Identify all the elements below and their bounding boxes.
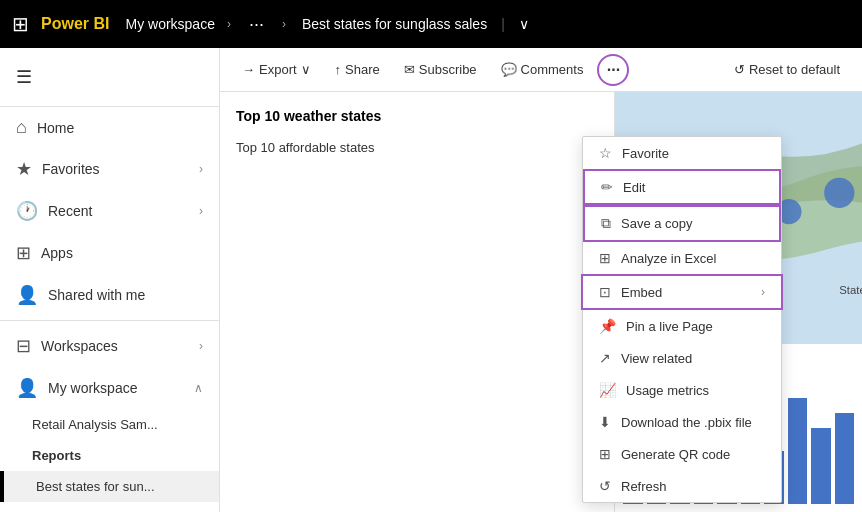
- embed-icon: ⊡: [599, 284, 611, 300]
- sidebar-subitem-beststates[interactable]: Best states for sun...: [4, 471, 219, 502]
- menu-item-view-related-label: View related: [621, 351, 765, 366]
- app-logo: Power BI: [41, 15, 109, 33]
- sidebar-item-workspaces-label: Workspaces: [41, 338, 189, 354]
- comments-label: Comments: [521, 62, 584, 77]
- menu-item-generate-qr[interactable]: ⊞ Generate QR code: [583, 438, 781, 470]
- menu-item-embed-label: Embed: [621, 285, 751, 300]
- save-copy-icon: ⧉: [601, 215, 611, 232]
- usage-metrics-icon: 📈: [599, 382, 616, 398]
- svg-point-1: [824, 178, 854, 208]
- menu-item-embed[interactable]: ⊡ Embed ›: [581, 274, 783, 310]
- menu-item-usage-metrics-label: Usage metrics: [626, 383, 765, 398]
- menu-item-edit[interactable]: ✏ Edit: [583, 169, 781, 205]
- menu-item-usage-metrics[interactable]: 📈 Usage metrics: [583, 374, 781, 406]
- subscribe-label: Subscribe: [419, 62, 477, 77]
- menu-item-download-pbix[interactable]: ⬇ Download the .pbix file: [583, 406, 781, 438]
- menu-item-favorite[interactable]: ☆ Favorite: [583, 137, 781, 169]
- menu-item-save-copy-label: Save a copy: [621, 216, 763, 231]
- sidebar-item-apps-label: Apps: [41, 245, 203, 261]
- menu-item-save-copy[interactable]: ⧉ Save a copy: [583, 205, 781, 242]
- export-chevron: ∨: [301, 62, 311, 77]
- apps-icon: ⊞: [16, 242, 31, 264]
- edit-icon: ✏: [601, 179, 613, 195]
- menu-item-refresh-label: Refresh: [621, 479, 765, 494]
- chart-bar: [835, 413, 855, 504]
- myworkspace-icon: 👤: [16, 377, 38, 399]
- menu-item-refresh[interactable]: ↺ Refresh: [583, 470, 781, 502]
- pin-live-icon: 📌: [599, 318, 616, 334]
- content-area: → Export ∨ ↑ Share ✉ Subscribe 💬 Comment…: [220, 48, 862, 512]
- comments-button[interactable]: 💬 Comments: [491, 56, 594, 83]
- sidebar-item-favorites[interactable]: ★ Favorites ›: [0, 148, 219, 190]
- home-icon: ⌂: [16, 117, 27, 138]
- svg-text:State: State: [839, 284, 862, 296]
- share-button[interactable]: ↑ Share: [325, 56, 390, 83]
- chart-bar: [788, 398, 808, 504]
- subscribe-icon: ✉: [404, 62, 415, 77]
- breadcrumb-chevron2: ›: [282, 17, 286, 31]
- report-section-title: Top 10 weather states: [236, 108, 598, 124]
- download-pbix-icon: ⬇: [599, 414, 611, 430]
- menu-item-analyze-excel-label: Analyze in Excel: [621, 251, 765, 266]
- generate-qr-icon: ⊞: [599, 446, 611, 462]
- myworkspace-chevron: ∧: [194, 381, 203, 395]
- report-item[interactable]: Top 10 affordable states: [236, 136, 598, 159]
- report-content: Top 10 weather states Top 10 affordable …: [220, 92, 862, 512]
- more-options-button[interactable]: ···: [597, 54, 629, 86]
- menu-item-view-related[interactable]: ↗ View related: [583, 342, 781, 374]
- sidebar-item-home[interactable]: ⌂ Home: [0, 107, 219, 148]
- sidebar-item-home-label: Home: [37, 120, 203, 136]
- menu-item-favorite-label: Favorite: [622, 146, 765, 161]
- favorites-icon: ★: [16, 158, 32, 180]
- recent-chevron: ›: [199, 204, 203, 218]
- view-related-icon: ↗: [599, 350, 611, 366]
- menu-item-pin-live-label: Pin a live Page: [626, 319, 765, 334]
- comments-icon: 💬: [501, 62, 517, 77]
- workspaces-icon: ⊟: [16, 335, 31, 357]
- menu-item-analyze-excel[interactable]: ⊞ Analyze in Excel: [583, 242, 781, 274]
- share-label: Share: [345, 62, 380, 77]
- sidebar-item-apps[interactable]: ⊞ Apps: [0, 232, 219, 274]
- sidebar-item-recent[interactable]: 🕐 Recent ›: [0, 190, 219, 232]
- sidebar-item-recent-label: Recent: [48, 203, 189, 219]
- reset-button[interactable]: ↺ Reset to default: [724, 56, 850, 83]
- topbar: ⊞ Power BI My workspace › ··· › Best sta…: [0, 0, 862, 48]
- sidebar-item-favorites-label: Favorites: [42, 161, 189, 177]
- main-layout: ☰ ⌂ Home ★ Favorites › 🕐 Recent › ⊞ Apps…: [0, 48, 862, 512]
- shared-icon: 👤: [16, 284, 38, 306]
- menu-item-generate-qr-label: Generate QR code: [621, 447, 765, 462]
- subscribe-button[interactable]: ✉ Subscribe: [394, 56, 487, 83]
- chart-bar: [811, 428, 831, 504]
- breadcrumb-chevron: ›: [227, 17, 231, 31]
- workspace-label[interactable]: My workspace: [125, 16, 214, 32]
- sidebar-item-myworkspace[interactable]: 👤 My workspace ∧: [0, 367, 219, 409]
- sidebar-subitem-retail[interactable]: Retail Analysis Sam...: [0, 409, 219, 440]
- favorites-chevron: ›: [199, 162, 203, 176]
- workspace-more-button[interactable]: ···: [243, 12, 270, 37]
- sidebar-top: ☰: [0, 48, 219, 107]
- reset-label: Reset to default: [749, 62, 840, 77]
- pipe-divider: |: [501, 16, 505, 32]
- refresh-icon: ↺: [599, 478, 611, 494]
- workspaces-chevron: ›: [199, 339, 203, 353]
- menu-item-edit-label: Edit: [623, 180, 763, 195]
- hamburger-button[interactable]: ☰: [0, 56, 219, 98]
- sidebar-item-myworkspace-label: My workspace: [48, 380, 184, 396]
- dropdown-menu: ☆ Favorite ✏ Edit ⧉ Save a copy ⊞ Analyz…: [582, 136, 782, 503]
- report-left-panel: Top 10 weather states Top 10 affordable …: [220, 92, 615, 512]
- export-button[interactable]: → Export ∨: [232, 56, 321, 83]
- embed-chevron: ›: [761, 285, 765, 299]
- share-icon: ↑: [335, 62, 342, 77]
- title-dropdown-button[interactable]: ∨: [519, 16, 529, 32]
- export-label: Export: [259, 62, 297, 77]
- report-title: Best states for sunglass sales: [302, 16, 487, 32]
- sidebar-item-shared[interactable]: 👤 Shared with me: [0, 274, 219, 316]
- sidebar-item-workspaces[interactable]: ⊟ Workspaces ›: [0, 325, 219, 367]
- sidebar-subitem-reports[interactable]: Reports: [0, 440, 219, 471]
- analyze-excel-icon: ⊞: [599, 250, 611, 266]
- menu-item-download-pbix-label: Download the .pbix file: [621, 415, 765, 430]
- grid-icon[interactable]: ⊞: [12, 12, 29, 36]
- sidebar-divider: [0, 320, 219, 321]
- sidebar: ☰ ⌂ Home ★ Favorites › 🕐 Recent › ⊞ Apps…: [0, 48, 220, 512]
- menu-item-pin-live[interactable]: 📌 Pin a live Page: [583, 310, 781, 342]
